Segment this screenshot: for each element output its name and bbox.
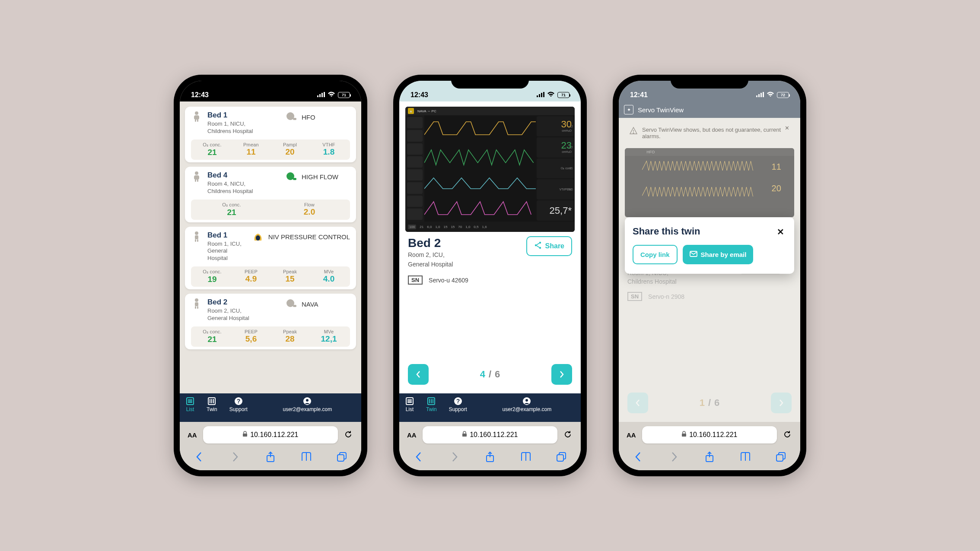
forward-button[interactable]: [228, 450, 242, 464]
share-email-button[interactable]: Share by email: [683, 245, 754, 264]
svg-rect-69: [763, 92, 764, 97]
vent-mode: NAVA ↔ PC: [417, 109, 436, 113]
svg-point-38: [306, 399, 309, 402]
vent-numeric: O₂ conc21: [537, 158, 574, 179]
stat: Flow2.0: [270, 202, 348, 217]
stat-value: 21: [227, 208, 236, 217]
stat-label: Pmean: [232, 142, 270, 147]
safari-toolbar: [399, 447, 581, 470]
notch: [671, 75, 748, 89]
svg-point-47: [535, 244, 536, 246]
nav-support[interactable]: ? Support: [443, 393, 473, 422]
sn-value: Servo-u 42609: [429, 277, 468, 284]
svg-point-10: [195, 171, 198, 175]
prev-button[interactable]: [408, 364, 429, 385]
share-icon[interactable]: [702, 450, 717, 464]
svg-rect-84: [776, 455, 783, 461]
svg-rect-0: [317, 95, 318, 97]
text-size-button[interactable]: AA: [627, 431, 636, 439]
safari-url-bar: AA 10.160.112.221: [619, 422, 800, 447]
stat-label: PEEP: [232, 269, 270, 274]
sn-badge: SN: [408, 276, 423, 285]
stat: Ppeak15: [270, 269, 309, 284]
stat: Pmean11: [232, 142, 270, 157]
nav-user[interactable]: user2@example.com: [254, 393, 361, 422]
bookmarks-icon[interactable]: [519, 450, 533, 464]
cellular-icon: [537, 91, 544, 99]
banner-close-button[interactable]: ✕: [785, 125, 792, 133]
modal-close-button[interactable]: ✕: [777, 227, 786, 236]
svg-rect-44: [541, 93, 542, 97]
reload-button[interactable]: [563, 430, 573, 440]
modal-title: Share this twin: [633, 226, 700, 237]
share-button[interactable]: Share: [526, 236, 572, 256]
tabs-icon[interactable]: [554, 450, 569, 464]
bottom-nav: List Twin ? Support user2@example.com: [399, 393, 581, 422]
nav-user[interactable]: user2@example.com: [473, 393, 581, 422]
share-icon[interactable]: [263, 450, 278, 464]
tabs-icon[interactable]: [334, 450, 349, 464]
nav-twin[interactable]: Twin: [420, 393, 443, 422]
forward-button[interactable]: [667, 450, 681, 464]
bed-location: Room 1, NICU,: [207, 120, 280, 128]
email-icon: [690, 251, 697, 258]
screen: 12:43 71 Bed 1 Room 1, NICU, Childrens H…: [180, 81, 361, 470]
bed-card[interactable]: Bed 1 Room 1, NICU, Childrens Hospital H…: [185, 107, 356, 162]
tabs-icon[interactable]: [773, 450, 788, 464]
ventilator-screen[interactable]: ▲ NAVA ↔ PC: [405, 107, 575, 232]
url-field[interactable]: 10.160.112.221: [423, 426, 557, 443]
twin-icon: [207, 397, 216, 405]
url-field[interactable]: 10.160.112.221: [203, 426, 338, 443]
stat-label: MVe: [309, 269, 348, 274]
ventilator-screen-dimmed: HFO 11 20: [625, 148, 794, 217]
stat-label: Ppeak: [270, 269, 309, 274]
forward-button[interactable]: [447, 450, 462, 464]
text-size-button[interactable]: AA: [188, 431, 197, 439]
svg-rect-66: [756, 95, 757, 97]
patient-icon: [191, 171, 202, 182]
twin-header: Bed 2 Room 2, ICU, General Hospital Shar…: [399, 236, 581, 276]
next-button[interactable]: [551, 364, 572, 385]
back-button[interactable]: [411, 450, 426, 464]
status-icons: 72: [756, 91, 789, 99]
bed-card[interactable]: Bed 2 Room 2, ICU, General Hospital NAVA…: [185, 294, 356, 349]
back-button[interactable]: [631, 450, 646, 464]
reload-button[interactable]: [783, 430, 792, 440]
lock-icon: [242, 431, 248, 439]
svg-rect-3: [324, 92, 325, 97]
bookmarks-icon[interactable]: [299, 450, 314, 464]
svg-rect-15: [293, 178, 296, 180]
bed-location: General Hospital: [207, 247, 247, 262]
pager-text: 4/6: [480, 369, 500, 380]
vent-numerics: 30cmH₂O1223cmH₂O5,7O₂ conc21VTi/PBW9,525…: [536, 115, 575, 222]
bed-card[interactable]: Bed 4 Room 4, NICU, Childrens Hospital H…: [185, 167, 356, 222]
bed-list-page[interactable]: Bed 1 Room 1, NICU, Childrens Hospital H…: [180, 101, 361, 393]
svg-text:11: 11: [771, 162, 781, 171]
vent-numeric: 25,7*: [537, 200, 574, 221]
share-icon[interactable]: [483, 450, 497, 464]
vent-numeric: 30cmH₂O12: [537, 116, 574, 136]
svg-rect-68: [760, 93, 762, 97]
back-button[interactable]: [192, 450, 207, 464]
stat-value: 19: [207, 275, 216, 284]
reload-button[interactable]: [344, 430, 353, 440]
twin-page: ▲ NAVA ↔ PC: [399, 101, 581, 393]
nav-twin[interactable]: Twin: [200, 393, 223, 422]
prev-button: [627, 393, 648, 413]
patient-icon: [191, 231, 202, 242]
phone-list: 12:43 71 Bed 1 Room 1, NICU, Childrens H…: [174, 75, 367, 476]
nav-list[interactable]: List: [399, 393, 420, 422]
text-size-button[interactable]: AA: [407, 431, 417, 439]
stat-value: 4.9: [245, 274, 257, 283]
pager-dimmed: 1/6: [619, 386, 800, 422]
bookmarks-icon[interactable]: [738, 450, 753, 464]
copy-link-button[interactable]: Copy link: [633, 245, 678, 264]
stat: Pampl20: [270, 142, 309, 157]
nav-list[interactable]: List: [180, 393, 200, 422]
safari-url-bar: AA 10.160.112.221: [180, 422, 361, 447]
alarm-disclaimer-banner: Servo TwinView shows, but does not guara…: [624, 122, 795, 144]
bed-card[interactable]: Bed 1 Room 1, ICU, General Hospital NIV …: [185, 227, 356, 290]
svg-rect-67: [758, 94, 760, 97]
url-field[interactable]: 10.160.112.221: [642, 426, 777, 443]
nav-support[interactable]: ? Support: [223, 393, 254, 422]
